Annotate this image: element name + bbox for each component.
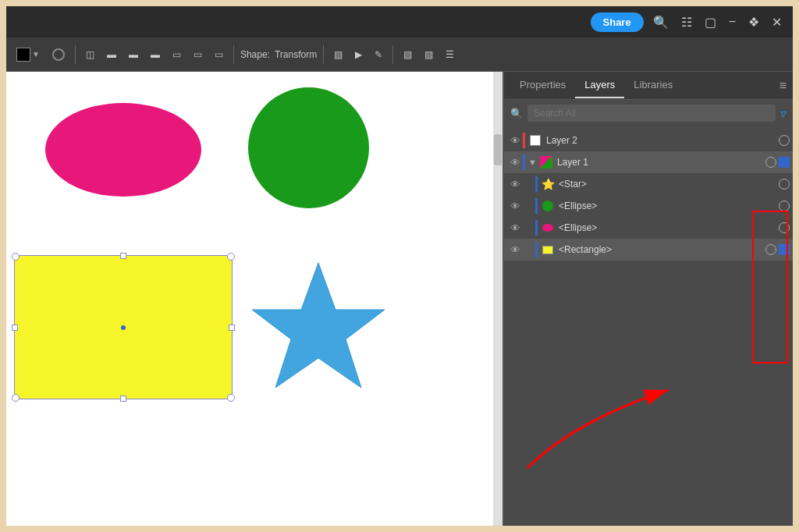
search-input[interactable] bbox=[527, 105, 776, 122]
handle-mid-right bbox=[229, 325, 235, 331]
layer-name: <Star> bbox=[559, 179, 779, 190]
maximize-icon[interactable]: ❖ bbox=[745, 12, 762, 33]
visibility-icon[interactable]: 👁 bbox=[507, 135, 523, 147]
transform-tool-icon[interactable]: ▨ bbox=[330, 47, 346, 62]
panel-search-bar: 🔍 ▿ bbox=[504, 100, 793, 126]
top-bar: Share 🔍 ☷ ▢ − ❖ ✕ bbox=[6, 6, 793, 37]
panel-tabs: Properties Layers Libraries ≡ bbox=[504, 72, 793, 100]
align2-icon[interactable]: ▧ bbox=[400, 47, 416, 62]
fill-swatch[interactable]: ▼ bbox=[12, 45, 44, 64]
handle-top-mid bbox=[120, 253, 126, 259]
layer-thumbnail: ⭐ bbox=[541, 177, 555, 191]
search-icon: 🔍 bbox=[510, 108, 523, 119]
pen-tool-icon[interactable]: ✎ bbox=[371, 47, 386, 62]
layer-actions bbox=[779, 200, 790, 211]
layer-actions bbox=[779, 179, 790, 190]
tab-libraries[interactable]: Libraries bbox=[624, 73, 682, 98]
layer-color-indicator bbox=[535, 242, 538, 257]
layer-actions bbox=[779, 135, 790, 146]
layer-target-btn[interactable] bbox=[779, 135, 790, 146]
minimize-icon[interactable]: − bbox=[726, 12, 739, 32]
layers-list: 👁 Layer 2 👁 ▼ bbox=[504, 126, 793, 526]
layer-target-btn[interactable] bbox=[779, 200, 790, 211]
layer-name: <Ellipse> bbox=[559, 222, 779, 233]
separator-2 bbox=[233, 45, 234, 64]
align-right-icon[interactable]: ▬ bbox=[147, 47, 164, 62]
expand-icon[interactable]: ▼ bbox=[528, 158, 537, 167]
handle-bottom-left bbox=[12, 394, 20, 402]
canvas-scrollbar[interactable] bbox=[493, 72, 502, 526]
separator-4 bbox=[392, 45, 393, 64]
separator-3 bbox=[323, 45, 324, 64]
distribute-icon[interactable]: ▧ bbox=[421, 47, 437, 62]
handle-bottom-right bbox=[227, 394, 235, 402]
align-middle-icon[interactable]: ▭ bbox=[190, 47, 206, 62]
layer-name: <Rectangle> bbox=[559, 244, 765, 255]
layer-row[interactable]: 👁 <Rectangle> bbox=[504, 239, 793, 261]
layer-target-btn[interactable] bbox=[779, 179, 790, 190]
layer-target-btn[interactable] bbox=[779, 222, 790, 233]
pink-ellipse-shape bbox=[45, 103, 201, 197]
visibility-icon[interactable]: 👁 bbox=[507, 222, 523, 234]
center-point bbox=[121, 325, 126, 330]
scroll-thumb[interactable] bbox=[494, 134, 502, 165]
yellow-rect-shape[interactable] bbox=[14, 255, 233, 399]
layer-target-btn[interactable] bbox=[765, 244, 776, 255]
layer-color-indicator bbox=[535, 198, 538, 214]
layer-thumbnail bbox=[541, 199, 555, 213]
right-panel: Properties Layers Libraries ≡ 🔍 ▿ 👁 bbox=[504, 72, 793, 526]
layer-row[interactable]: 👁 Layer 2 bbox=[504, 129, 793, 151]
layer-name: Layer 2 bbox=[546, 135, 779, 146]
tab-layers[interactable]: Layers bbox=[575, 73, 624, 98]
layer-select-btn[interactable] bbox=[779, 157, 790, 168]
visibility-icon[interactable]: 👁 bbox=[507, 179, 523, 190]
handle-bottom-mid bbox=[120, 395, 126, 402]
layer-thumbnail bbox=[541, 243, 555, 257]
layer-row[interactable]: 👁 ▼ Layer 1 bbox=[504, 151, 793, 173]
annotation-arrow bbox=[512, 374, 730, 479]
layer-actions bbox=[779, 222, 790, 233]
panel-menu-icon[interactable]: ≡ bbox=[779, 79, 787, 93]
layer-row[interactable]: 👁 <Ellipse> bbox=[504, 195, 793, 217]
select-tool-icon[interactable]: ▶ bbox=[351, 47, 366, 62]
search-icon[interactable]: 🔍 bbox=[650, 12, 672, 33]
align-center-icon[interactable]: ▬ bbox=[125, 47, 142, 62]
visibility-icon[interactable]: 👁 bbox=[507, 200, 523, 212]
align-top-icon[interactable]: ▭ bbox=[169, 47, 185, 62]
more-icon[interactable]: ☰ bbox=[442, 47, 458, 62]
main-content: Properties Layers Libraries ≡ 🔍 ▿ 👁 bbox=[6, 72, 793, 526]
layer-thumbnail bbox=[539, 155, 553, 169]
align-bottom-icon[interactable]: ▭ bbox=[211, 47, 227, 62]
canvas-area[interactable] bbox=[6, 72, 504, 526]
stroke-icon[interactable] bbox=[48, 46, 69, 63]
star-thumb-icon: ⭐ bbox=[542, 178, 555, 190]
window-icon[interactable]: ▢ bbox=[701, 12, 719, 33]
layer-target-btn[interactable] bbox=[765, 157, 776, 168]
layer-color-indicator bbox=[523, 133, 525, 148]
layer-color-indicator bbox=[523, 154, 525, 170]
handle-top-right bbox=[227, 253, 235, 261]
layer-actions bbox=[765, 157, 790, 168]
layer-name: <Ellipse> bbox=[559, 200, 779, 211]
layer-actions bbox=[765, 244, 790, 255]
app-frame: Share 🔍 ☷ ▢ − ❖ ✕ ▼ ◫ ▬ ▬ ▬ ▭ ▭ ▭ Shape:… bbox=[6, 6, 793, 526]
grid-icon[interactable]: ☷ bbox=[678, 12, 695, 33]
visibility-icon[interactable]: 👁 bbox=[507, 244, 523, 256]
visibility-icon[interactable]: 👁 bbox=[507, 157, 523, 168]
separator-1 bbox=[75, 45, 76, 64]
layer-select-btn[interactable] bbox=[779, 244, 790, 255]
align-left-icon[interactable]: ▬ bbox=[103, 47, 120, 62]
blue-star-shape bbox=[240, 255, 396, 414]
green-circle-shape bbox=[248, 87, 369, 208]
transform-label: Transform bbox=[275, 49, 317, 60]
layer-color-indicator bbox=[535, 220, 538, 236]
toolbar: ▼ ◫ ▬ ▬ ▬ ▭ ▭ ▭ Shape: Transform ▨ ▶ ✎ ▧… bbox=[6, 37, 793, 72]
tab-properties[interactable]: Properties bbox=[510, 73, 575, 98]
layer-row[interactable]: 👁 ⭐ <Star> bbox=[504, 173, 793, 195]
close-icon[interactable]: ✕ bbox=[769, 12, 785, 33]
arrange-icon[interactable]: ◫ bbox=[82, 47, 98, 62]
layer-row[interactable]: 👁 <Ellipse> bbox=[504, 217, 793, 239]
share-button[interactable]: Share bbox=[591, 12, 644, 32]
filter-icon[interactable]: ▿ bbox=[780, 106, 787, 121]
layer-name: Layer 1 bbox=[557, 157, 765, 168]
